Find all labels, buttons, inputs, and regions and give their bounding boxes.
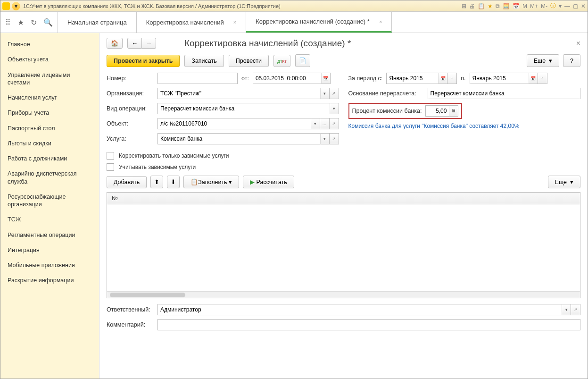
table-scrollbar[interactable] <box>107 291 580 298</box>
apps-icon[interactable]: ⠿ <box>5 18 11 27</box>
sidebar-item-main[interactable]: Главное <box>0 37 99 52</box>
number-input[interactable] <box>157 73 238 84</box>
icon-7[interactable]: 📅 <box>513 3 520 9</box>
basis-input[interactable] <box>428 88 581 99</box>
add-button[interactable]: Добавить <box>107 176 147 188</box>
chk-consider-dependent[interactable] <box>107 163 114 171</box>
search-icon[interactable]: 🔍 <box>43 18 53 27</box>
op-label: Вид операции: <box>107 105 154 112</box>
help-button[interactable]: ? <box>563 54 580 67</box>
icon-dd[interactable]: ▾ <box>559 3 562 9</box>
main-area: Главное Объекты учета Управление лицевым… <box>0 33 588 379</box>
tab-correction-new[interactable]: Корректировка начислений (создание) * × <box>246 12 392 33</box>
icon-info[interactable]: ⓘ <box>550 2 556 10</box>
back-button[interactable]: ← <box>127 38 142 49</box>
icon-2[interactable]: 🖨 <box>469 3 475 9</box>
tab-label: Корректировка начислений (создание) * <box>256 18 370 25</box>
icon-m[interactable]: M <box>522 3 527 9</box>
table-more-button[interactable]: Еще ▾ <box>548 176 580 188</box>
dtkt-button[interactable]: ДтКт <box>273 55 290 67</box>
sidebar-item-charges[interactable]: Начисления услуг <box>0 90 99 105</box>
calc-icon[interactable]: 🖩 <box>449 105 458 117</box>
post-close-button[interactable]: Провести и закрыть <box>107 55 180 67</box>
sidebar-item-reglament[interactable]: Регламентные операции <box>0 227 99 243</box>
report-button[interactable]: 📄 <box>295 54 310 67</box>
tab-close-icon[interactable]: × <box>233 19 236 25</box>
dropdown-icon[interactable]: ▾ <box>320 88 330 99</box>
maximize-icon[interactable]: ▢ <box>573 3 578 9</box>
save-button[interactable]: Записать <box>184 55 224 67</box>
home-button[interactable]: 🏠 <box>107 38 123 49</box>
sidebar-item-debtors[interactable]: Работа с должниками <box>0 151 99 166</box>
open-icon[interactable]: ↗ <box>330 88 339 99</box>
spinner-icon[interactable]: ÷ <box>538 73 547 84</box>
sidebar-item-dispatch[interactable]: Аварийно-диспетчерская служба <box>0 166 99 189</box>
open-icon[interactable]: ↗ <box>330 133 339 144</box>
page-close-icon[interactable]: × <box>576 39 580 48</box>
sidebar-item-discounts[interactable]: Льготы и скидки <box>0 136 99 151</box>
calendar-icon[interactable]: 📅 <box>438 73 447 84</box>
sidebar-item-resources[interactable]: Ресурсоснабжающие организации <box>0 189 99 212</box>
sidebar-item-meters[interactable]: Приборы учета <box>0 105 99 120</box>
calc-button[interactable]: ▶ Рассчитать <box>243 176 294 188</box>
obj-input[interactable] <box>157 118 311 129</box>
scroll-thumb[interactable] <box>110 293 185 297</box>
move-up-button[interactable]: ⬆ <box>150 176 163 188</box>
toolbar-buttons: ⠿ ★ ↻ 🔍 <box>0 12 58 33</box>
move-down-button[interactable]: ⬇ <box>167 176 180 188</box>
dropdown-icon[interactable]: ▾ <box>562 304 571 315</box>
comment-input[interactable] <box>157 319 580 330</box>
tab-start[interactable]: Начальная страница <box>58 12 137 33</box>
calendar-icon[interactable]: 📅 <box>321 73 331 84</box>
ellipsis-icon[interactable]: … <box>320 118 330 129</box>
sidebar-item-passport[interactable]: Паспортный стол <box>0 121 99 136</box>
icon-mplus[interactable]: M+ <box>530 3 538 9</box>
sidebar-item-tsj[interactable]: ТСЖ <box>0 212 99 227</box>
chk-only-dependent[interactable] <box>107 152 114 160</box>
forward-button[interactable]: → <box>142 38 156 49</box>
history-icon[interactable]: ↻ <box>31 18 37 27</box>
sidebar-item-integration[interactable]: Интеграция <box>0 243 99 258</box>
nav-back-circle[interactable]: ▾ <box>12 2 20 10</box>
title-icons: ⊞ 🖨 📋 ★ ⧉ 🧮 📅 M M+ M- ⓘ ▾ — ▢ ✕ <box>462 2 586 10</box>
sidebar-item-objects[interactable]: Объекты учета <box>0 52 99 67</box>
sidebar-item-mobile[interactable]: Мобильные приложения <box>0 258 99 273</box>
icon-mminus[interactable]: M- <box>541 3 547 9</box>
tab-close-icon[interactable]: × <box>379 19 382 25</box>
obj-label: Объект: <box>107 120 154 127</box>
commission-link[interactable]: Комиссия банка для услуги "Комиссия банк… <box>348 123 520 129</box>
commission-input[interactable] <box>425 105 449 117</box>
icon-5[interactable]: ⧉ <box>496 3 500 9</box>
calendar-icon[interactable]: 📅 <box>529 73 538 84</box>
org-label: Организация: <box>107 90 154 97</box>
dropdown-icon[interactable]: ▾ <box>320 133 330 144</box>
date-input[interactable] <box>253 73 321 84</box>
period-from-label: За период с: <box>348 75 383 82</box>
dropdown-icon[interactable]: ▾ <box>311 118 320 129</box>
org-input[interactable] <box>157 88 320 99</box>
op-input[interactable] <box>157 103 330 114</box>
service-input[interactable] <box>157 133 320 144</box>
responsible-input[interactable] <box>157 304 562 315</box>
table-body[interactable] <box>107 204 580 291</box>
open-icon[interactable]: ↗ <box>571 304 580 315</box>
minimize-icon[interactable]: — <box>564 3 570 9</box>
star-icon[interactable]: ★ <box>17 18 24 27</box>
period-to-input[interactable] <box>470 73 529 84</box>
period-from-input[interactable] <box>386 73 438 84</box>
post-button[interactable]: Провести <box>229 55 269 67</box>
dropdown-icon[interactable]: ▾ <box>330 103 339 114</box>
chk-row-1: Корректировать только зависимые услуги <box>107 152 580 160</box>
icon-4[interactable]: ★ <box>488 3 493 9</box>
close-icon[interactable]: ✕ <box>581 3 586 9</box>
tab-correction[interactable]: Корректировка начислений × <box>137 12 246 33</box>
open-icon[interactable]: ↗ <box>330 118 339 129</box>
fill-button[interactable]: 📋Заполнить ▾ <box>183 176 239 188</box>
spinner-icon[interactable]: ÷ <box>447 73 457 84</box>
icon-6[interactable]: 🧮 <box>503 3 510 9</box>
sidebar-item-disclosure[interactable]: Раскрытие информации <box>0 273 99 288</box>
icon-3[interactable]: 📋 <box>478 3 485 9</box>
icon-1[interactable]: ⊞ <box>462 3 466 9</box>
sidebar-item-accounts[interactable]: Управление лицевыми счетами <box>0 67 99 91</box>
more-button[interactable]: Еще ▾ <box>527 54 559 67</box>
